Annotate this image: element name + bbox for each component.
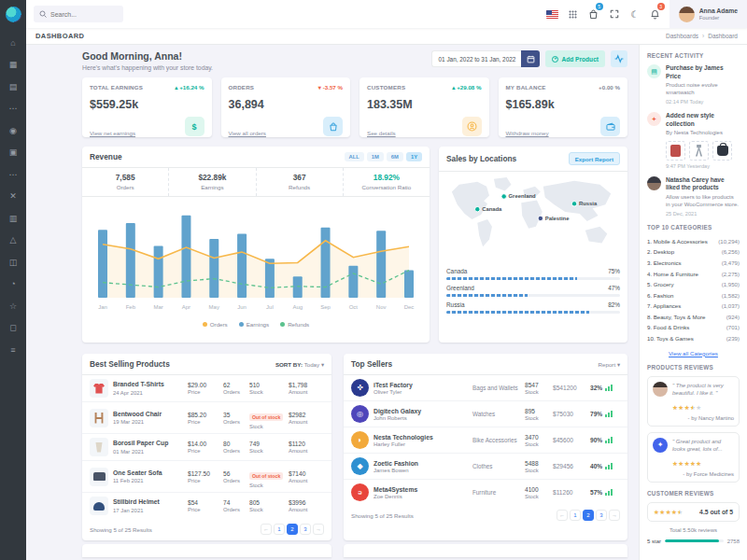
product-thumbnail[interactable]: [666, 141, 685, 161]
table-row: Borosil Paper Cup01 Mar 2021 $14.00Price…: [82, 433, 331, 460]
menu-more-2-icon[interactable]: ⋯: [0, 163, 26, 186]
stat-card-my-balance: MY BALANCE +0.00 % $165.89k Withdraw mon…: [499, 77, 628, 137]
product-thumbnail[interactable]: [689, 141, 709, 161]
peek-panel: [82, 544, 331, 557]
activity-item: ✦ Added new style collection By Nesta Te…: [647, 112, 740, 168]
page-3-button[interactable]: 3: [596, 510, 607, 521]
activity-shortcut-button[interactable]: [611, 50, 627, 67]
export-report-button[interactable]: Export Report: [569, 152, 620, 165]
moon-icon: ☾: [630, 9, 639, 20]
dollar-icon: $: [185, 117, 204, 136]
pulse-icon: [614, 54, 624, 63]
apps-menu-button[interactable]: [563, 0, 584, 28]
revenue-stats: 7,585Orders $22.89kEarnings 367Refunds 1…: [82, 168, 430, 197]
category-row: 1. Mobile & Accessories(10,294): [647, 236, 740, 247]
svg-text:Jun: Jun: [237, 304, 247, 310]
breadcrumb-dashboards[interactable]: Dashboards: [666, 33, 698, 39]
see-details-link[interactable]: See details: [367, 130, 396, 136]
maps-icon[interactable]: ◻: [0, 317, 26, 340]
category-row: 7. Appliances(1,037): [647, 301, 740, 312]
category-row: 10. Toys & Games(239): [647, 333, 740, 344]
stat-value: $165.89k: [506, 98, 621, 111]
collection-icon: ✦: [647, 112, 661, 126]
search-box[interactable]: [34, 6, 123, 22]
seller-logo: ✜: [351, 379, 369, 397]
next-page-button[interactable]: →: [609, 510, 620, 521]
search-input[interactable]: [50, 11, 116, 18]
next-page-button[interactable]: →: [313, 524, 324, 535]
page-1-button[interactable]: 1: [570, 510, 581, 521]
range-1m[interactable]: 1M: [367, 152, 384, 161]
user-menu[interactable]: Anna Adame Founder: [669, 0, 747, 28]
charts-icon[interactable]: ◔: [0, 273, 26, 296]
table-row: ◆ Zoetic FashionJames Bowen Clothes 5488…: [344, 453, 627, 479]
app-logo[interactable]: [6, 7, 21, 22]
icons-icon[interactable]: ☆: [0, 295, 26, 317]
view-all-orders-link[interactable]: View all orders: [229, 130, 266, 136]
range-1y[interactable]: 1Y: [406, 152, 422, 161]
table-row: ◗ Nesta TechnologiesHarley Fuller Bike A…: [344, 427, 627, 453]
widgets-icon[interactable]: ▥: [0, 207, 26, 230]
page-1-button[interactable]: 1: [274, 524, 285, 535]
cart-button[interactable]: 5: [584, 0, 604, 28]
shopping-bag-icon: [588, 9, 599, 20]
apps-icon[interactable]: ▦: [0, 54, 26, 77]
table-row: Stillbird Helmet17 Jan 2021 $54Price 74O…: [82, 492, 331, 519]
calendar-icon: [527, 55, 535, 63]
product-thumbnail[interactable]: [712, 141, 732, 161]
calendar-button[interactable]: [521, 50, 540, 67]
prev-page-button[interactable]: ←: [261, 524, 272, 535]
svg-text:Sep: Sep: [320, 304, 331, 310]
svg-text:Aug: Aug: [292, 304, 303, 310]
page-title: DASHBOARD: [35, 32, 84, 40]
report-dropdown[interactable]: Report ▾: [599, 361, 620, 368]
breadcrumb: Dashboards › Dashboard: [666, 33, 738, 39]
right-rail: RECENT ACTIVITY ▤ Purchase by James Pric…: [639, 45, 747, 560]
world-map: Greenland Canada Russia Palestine: [439, 172, 627, 261]
withdraw-money-link[interactable]: Withdraw money: [506, 130, 549, 136]
tables-icon[interactable]: ◫: [0, 251, 26, 273]
user-avatar: [679, 7, 695, 22]
sort-by-dropdown[interactable]: SORT BY: Today ▾: [275, 361, 324, 368]
results-summary: Showing 5 of 25 Results: [90, 526, 152, 533]
fullscreen-button[interactable]: [604, 0, 625, 28]
category-row: 8. Beauty, Toys & More(924): [647, 312, 740, 323]
sales-by-locations-panel: Sales by Locations Export Report: [439, 147, 627, 343]
components-icon[interactable]: ✕: [0, 186, 26, 208]
customer-reviews-header: CUSTOMER REVIEWS: [647, 490, 740, 497]
date-range-input[interactable]: [431, 50, 521, 67]
language-flag-button[interactable]: [543, 0, 563, 28]
range-6m[interactable]: 6M: [387, 152, 403, 161]
search-icon: [39, 10, 47, 18]
view-net-earnings-link[interactable]: View net earnings: [90, 130, 135, 136]
dashboards-icon[interactable]: ⌂: [0, 32, 26, 54]
page-2-button[interactable]: 2: [583, 510, 594, 521]
notifications-button[interactable]: 3: [645, 0, 666, 28]
svg-text:Palestine: Palestine: [545, 216, 570, 221]
add-product-button[interactable]: + Add Product: [545, 50, 605, 67]
category-row: 5. Grocery(1,950): [647, 279, 740, 290]
layouts-icon[interactable]: ▤: [0, 76, 26, 98]
forms-icon[interactable]: △: [0, 230, 26, 252]
table-row: One Seater Sofa11 Feb 2021 $127.50Price …: [82, 460, 331, 492]
page-2-button[interactable]: 2: [287, 524, 298, 535]
pages-icon[interactable]: ▣: [0, 142, 26, 164]
page-3-button[interactable]: 3: [300, 524, 311, 535]
category-row: 2. Desktop(6,256): [647, 246, 740, 258]
range-all[interactable]: ALL: [345, 152, 364, 161]
bag-icon: [323, 117, 343, 136]
breadcrumb-dashboard: Dashboard: [708, 33, 738, 39]
prev-page-button[interactable]: ←: [557, 510, 568, 521]
view-all-categories-link[interactable]: View all Categories: [647, 350, 740, 357]
purchase-icon: ▤: [647, 64, 661, 78]
authentication-icon[interactable]: ◉: [0, 119, 26, 142]
table-row: Bentwood Chair19 Mar 2021 $85.20Price 35…: [82, 401, 331, 433]
menu-more-1-icon[interactable]: ⋯: [0, 98, 26, 120]
best-selling-panel: Best Selling Products SORT BY: Today ▾ B…: [82, 354, 331, 540]
multilevel-icon[interactable]: ≡: [0, 339, 26, 361]
dark-mode-button[interactable]: ☾: [625, 0, 645, 28]
location-row-greenland: Greenland47%: [446, 285, 620, 297]
seller-logo: ◆: [351, 457, 369, 475]
activity-item: ▤ Purchase by James Price Product noise …: [647, 64, 740, 105]
best-selling-rows: Branded T-Shirts24 Apr 2021 $29.00Price …: [82, 375, 331, 519]
